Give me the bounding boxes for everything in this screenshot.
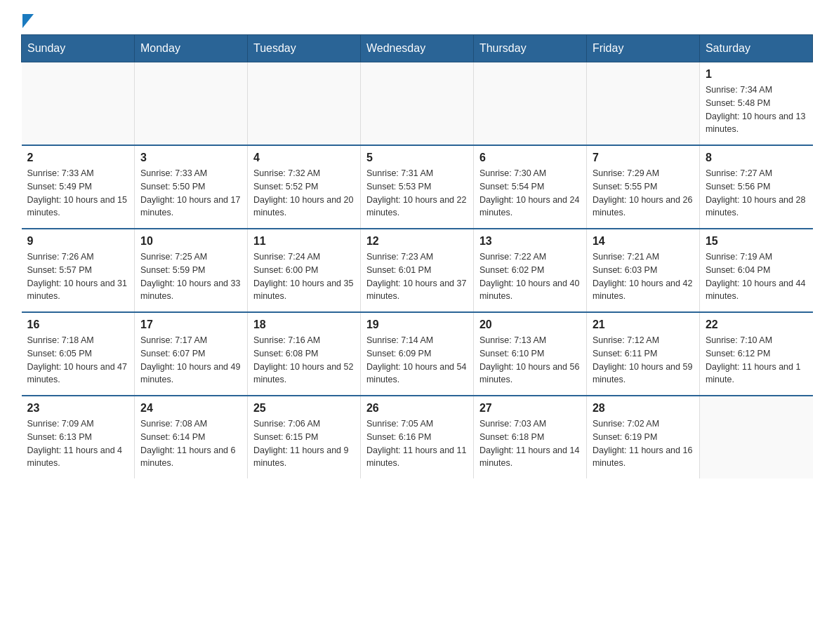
day-number: 22 xyxy=(706,318,807,331)
calendar-cell: 12Sunrise: 7:23 AMSunset: 6:01 PMDayligh… xyxy=(360,229,473,312)
calendar-cell xyxy=(360,62,473,146)
calendar-cell xyxy=(22,62,135,146)
day-number: 4 xyxy=(253,152,355,164)
calendar-cell: 9Sunrise: 7:26 AMSunset: 5:57 PMDaylight… xyxy=(22,229,135,312)
calendar-cell: 6Sunrise: 7:30 AMSunset: 5:54 PMDaylight… xyxy=(473,145,586,229)
day-number: 27 xyxy=(479,402,581,415)
calendar-cell: 18Sunrise: 7:16 AMSunset: 6:08 PMDayligh… xyxy=(247,312,360,396)
calendar-cell: 5Sunrise: 7:31 AMSunset: 5:53 PMDaylight… xyxy=(360,145,473,229)
calendar-cell: 25Sunrise: 7:06 AMSunset: 6:15 PMDayligh… xyxy=(247,396,360,478)
day-info: Sunrise: 7:23 AMSunset: 6:01 PMDaylight:… xyxy=(366,250,468,303)
day-info: Sunrise: 7:26 AMSunset: 5:57 PMDaylight:… xyxy=(27,250,128,303)
calendar-cell: 13Sunrise: 7:22 AMSunset: 6:02 PMDayligh… xyxy=(473,229,586,312)
day-number: 12 xyxy=(366,235,468,248)
day-info: Sunrise: 7:30 AMSunset: 5:54 PMDaylight:… xyxy=(479,167,581,220)
day-info: Sunrise: 7:32 AMSunset: 5:52 PMDaylight:… xyxy=(253,167,355,220)
weekday-header-friday: Friday xyxy=(586,35,699,62)
day-info: Sunrise: 7:10 AMSunset: 6:12 PMDaylight:… xyxy=(706,334,807,387)
day-info: Sunrise: 7:16 AMSunset: 6:08 PMDaylight:… xyxy=(253,334,355,387)
weekday-header-sunday: Sunday xyxy=(22,35,135,62)
day-info: Sunrise: 7:12 AMSunset: 6:11 PMDaylight:… xyxy=(593,334,694,387)
day-number: 28 xyxy=(593,402,694,415)
day-info: Sunrise: 7:27 AMSunset: 5:56 PMDaylight:… xyxy=(706,167,807,220)
calendar-cell: 7Sunrise: 7:29 AMSunset: 5:55 PMDaylight… xyxy=(586,145,699,229)
calendar-cell: 3Sunrise: 7:33 AMSunset: 5:50 PMDaylight… xyxy=(134,145,247,229)
calendar-cell: 10Sunrise: 7:25 AMSunset: 5:59 PMDayligh… xyxy=(134,229,247,312)
calendar-cell: 14Sunrise: 7:21 AMSunset: 6:03 PMDayligh… xyxy=(586,229,699,312)
weekday-header-monday: Monday xyxy=(134,35,247,62)
day-number: 2 xyxy=(27,152,128,164)
calendar-cell: 4Sunrise: 7:32 AMSunset: 5:52 PMDaylight… xyxy=(247,145,360,229)
day-info: Sunrise: 7:09 AMSunset: 6:13 PMDaylight:… xyxy=(27,417,128,470)
week-row-1: 1Sunrise: 7:34 AMSunset: 5:48 PMDaylight… xyxy=(22,62,813,146)
week-row-3: 9Sunrise: 7:26 AMSunset: 5:57 PMDaylight… xyxy=(22,229,813,312)
day-info: Sunrise: 7:19 AMSunset: 6:04 PMDaylight:… xyxy=(706,250,807,303)
day-info: Sunrise: 7:25 AMSunset: 5:59 PMDaylight:… xyxy=(140,250,241,303)
calendar-cell: 1Sunrise: 7:34 AMSunset: 5:48 PMDaylight… xyxy=(699,62,812,146)
day-number: 14 xyxy=(593,235,694,248)
calendar-cell xyxy=(247,62,360,146)
calendar-cell: 21Sunrise: 7:12 AMSunset: 6:11 PMDayligh… xyxy=(586,312,699,396)
calendar-cell xyxy=(699,396,812,478)
weekday-header-thursday: Thursday xyxy=(473,35,586,62)
calendar-cell: 28Sunrise: 7:02 AMSunset: 6:19 PMDayligh… xyxy=(586,396,699,478)
weekday-header-saturday: Saturday xyxy=(699,35,812,62)
calendar-cell: 20Sunrise: 7:13 AMSunset: 6:10 PMDayligh… xyxy=(473,312,586,396)
day-number: 7 xyxy=(593,152,694,164)
day-info: Sunrise: 7:08 AMSunset: 6:14 PMDaylight:… xyxy=(140,417,241,470)
day-info: Sunrise: 7:13 AMSunset: 6:10 PMDaylight:… xyxy=(479,334,581,387)
day-info: Sunrise: 7:06 AMSunset: 6:15 PMDaylight:… xyxy=(253,417,355,470)
day-number: 5 xyxy=(366,152,468,164)
day-info: Sunrise: 7:24 AMSunset: 6:00 PMDaylight:… xyxy=(253,250,355,303)
calendar-cell: 2Sunrise: 7:33 AMSunset: 5:49 PMDaylight… xyxy=(22,145,135,229)
day-number: 17 xyxy=(140,318,241,331)
page-header xyxy=(21,14,813,27)
calendar-cell: 26Sunrise: 7:05 AMSunset: 6:16 PMDayligh… xyxy=(360,396,473,478)
day-info: Sunrise: 7:22 AMSunset: 6:02 PMDaylight:… xyxy=(479,250,581,303)
day-number: 21 xyxy=(593,318,694,331)
day-number: 15 xyxy=(706,235,807,248)
week-row-2: 2Sunrise: 7:33 AMSunset: 5:49 PMDaylight… xyxy=(22,145,813,229)
calendar-cell xyxy=(473,62,586,146)
week-row-4: 16Sunrise: 7:18 AMSunset: 6:05 PMDayligh… xyxy=(22,312,813,396)
day-info: Sunrise: 7:14 AMSunset: 6:09 PMDaylight:… xyxy=(366,334,468,387)
weekday-header-row: SundayMondayTuesdayWednesdayThursdayFrid… xyxy=(22,35,813,62)
calendar-cell: 17Sunrise: 7:17 AMSunset: 6:07 PMDayligh… xyxy=(134,312,247,396)
calendar-cell: 11Sunrise: 7:24 AMSunset: 6:00 PMDayligh… xyxy=(247,229,360,312)
day-number: 26 xyxy=(366,402,468,415)
calendar-cell xyxy=(586,62,699,146)
day-info: Sunrise: 7:17 AMSunset: 6:07 PMDaylight:… xyxy=(140,334,241,387)
day-number: 19 xyxy=(366,318,468,331)
day-number: 10 xyxy=(140,235,241,248)
day-info: Sunrise: 7:02 AMSunset: 6:19 PMDaylight:… xyxy=(593,417,694,470)
weekday-header-wednesday: Wednesday xyxy=(360,35,473,62)
day-number: 16 xyxy=(27,318,128,331)
day-info: Sunrise: 7:18 AMSunset: 6:05 PMDaylight:… xyxy=(27,334,128,387)
day-number: 3 xyxy=(140,152,241,164)
day-info: Sunrise: 7:03 AMSunset: 6:18 PMDaylight:… xyxy=(479,417,581,470)
day-number: 9 xyxy=(27,235,128,248)
day-info: Sunrise: 7:21 AMSunset: 6:03 PMDaylight:… xyxy=(593,250,694,303)
day-number: 1 xyxy=(706,68,807,81)
calendar-cell: 15Sunrise: 7:19 AMSunset: 6:04 PMDayligh… xyxy=(699,229,812,312)
calendar-cell: 23Sunrise: 7:09 AMSunset: 6:13 PMDayligh… xyxy=(22,396,135,478)
day-number: 25 xyxy=(253,402,355,415)
logo-arrow-icon xyxy=(22,14,34,28)
day-number: 6 xyxy=(479,152,581,164)
day-number: 18 xyxy=(253,318,355,331)
weekday-header-tuesday: Tuesday xyxy=(247,35,360,62)
calendar-cell: 8Sunrise: 7:27 AMSunset: 5:56 PMDaylight… xyxy=(699,145,812,229)
day-info: Sunrise: 7:05 AMSunset: 6:16 PMDaylight:… xyxy=(366,417,468,470)
week-row-5: 23Sunrise: 7:09 AMSunset: 6:13 PMDayligh… xyxy=(22,396,813,478)
calendar-cell: 16Sunrise: 7:18 AMSunset: 6:05 PMDayligh… xyxy=(22,312,135,396)
calendar-cell: 19Sunrise: 7:14 AMSunset: 6:09 PMDayligh… xyxy=(360,312,473,396)
day-number: 11 xyxy=(253,235,355,248)
day-number: 20 xyxy=(479,318,581,331)
day-info: Sunrise: 7:31 AMSunset: 5:53 PMDaylight:… xyxy=(366,167,468,220)
calendar-cell: 27Sunrise: 7:03 AMSunset: 6:18 PMDayligh… xyxy=(473,396,586,478)
day-number: 13 xyxy=(479,235,581,248)
calendar-cell xyxy=(134,62,247,146)
day-number: 8 xyxy=(706,152,807,164)
calendar-cell: 22Sunrise: 7:10 AMSunset: 6:12 PMDayligh… xyxy=(699,312,812,396)
calendar-cell: 24Sunrise: 7:08 AMSunset: 6:14 PMDayligh… xyxy=(134,396,247,478)
